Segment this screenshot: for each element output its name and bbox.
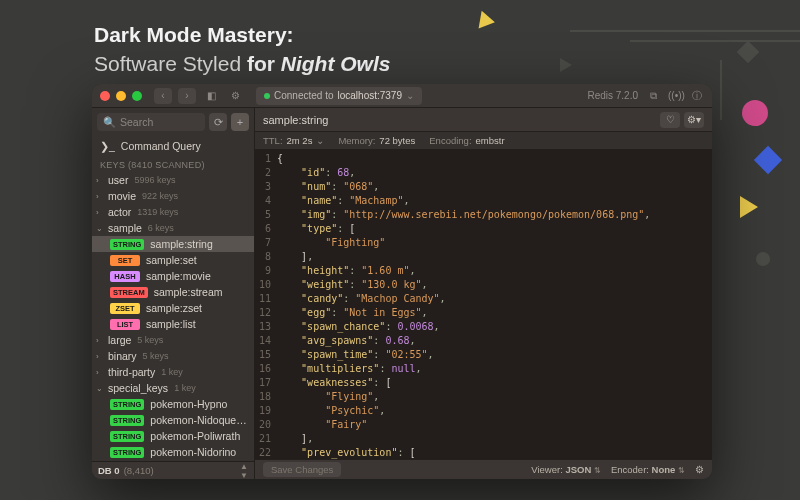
deco-triangle: [740, 196, 758, 218]
key-tree: ›user 5996 keys›movie 922 keys›actor 131…: [92, 172, 254, 461]
code-viewer[interactable]: 1{2 "id": 68,3 "num": "068",4 "name": "M…: [255, 150, 712, 459]
encoding-label: Encoding:: [429, 135, 471, 146]
key-settings-button[interactable]: ⚙▾: [684, 112, 704, 128]
viewer-selector[interactable]: Viewer: JSON ⇅: [531, 464, 601, 475]
connection-tab[interactable]: Connected to localhost:7379 ⌄: [256, 87, 422, 105]
save-button[interactable]: Save Changes: [263, 462, 341, 477]
tree-group[interactable]: ›binary 5 keys: [92, 348, 254, 364]
keys-header: KEYS (8410 SCANNED): [92, 156, 254, 172]
tree-key[interactable]: STRINGpokemon-Poliwrath: [92, 428, 254, 444]
tree-key[interactable]: STREAMsample:stream: [92, 284, 254, 300]
tree-group[interactable]: ›large 5 keys: [92, 332, 254, 348]
back-button[interactable]: ‹: [154, 88, 172, 104]
pubsub-icon[interactable]: ((•)): [668, 90, 682, 101]
search-icon: 🔍: [103, 116, 116, 129]
headline-line1: Dark Mode Mastery:: [94, 20, 390, 49]
tree-key[interactable]: HASHsample:movie: [92, 268, 254, 284]
add-key-button[interactable]: +: [231, 113, 249, 131]
deco-line: [630, 40, 800, 42]
sidebar-toggle-icon[interactable]: ◧: [202, 88, 220, 104]
tree-key[interactable]: ZSETsample:zset: [92, 300, 254, 316]
tree-group[interactable]: ›actor 1319 keys: [92, 204, 254, 220]
search-input[interactable]: 🔍 Search: [97, 113, 205, 131]
gear-icon[interactable]: ⚙: [226, 88, 244, 104]
favorite-button[interactable]: ♡: [660, 112, 680, 128]
chevron-down-icon: ⌄: [406, 90, 414, 101]
ttl-dropdown-icon[interactable]: ⌄: [316, 135, 324, 146]
search-placeholder: Search: [120, 116, 153, 128]
tree-group[interactable]: ›user 5996 keys: [92, 172, 254, 188]
zoom-button[interactable]: [132, 91, 142, 101]
key-name: sample:string: [263, 114, 328, 126]
sidebar-footer: DB 0 (8,410) ▲▼: [92, 461, 254, 479]
redis-version: Redis 7.2.0: [587, 90, 638, 101]
tree-key[interactable]: STRINGsample:string: [92, 236, 254, 252]
deco-line: [720, 60, 722, 120]
connected-label: Connected to: [274, 90, 334, 101]
updown-icon: ⇅: [678, 466, 685, 475]
key-total: (8,410): [124, 465, 154, 476]
headline: Dark Mode Mastery: Software Styled for N…: [94, 20, 390, 79]
tree-group[interactable]: ⌄sample 6 keys: [92, 220, 254, 236]
tree-key[interactable]: STRINGpokemon-Nidorino: [92, 444, 254, 460]
main-footer: Save Changes Viewer: JSON ⇅ Encoder: Non…: [255, 459, 712, 479]
deco-square: [737, 41, 760, 64]
deco-triangle: [560, 58, 572, 72]
forward-button[interactable]: ›: [178, 88, 196, 104]
updown-icon: ⇅: [594, 466, 601, 475]
tree-group[interactable]: ⌄special_keys 1 key: [92, 380, 254, 396]
terminal-icon: ❯_: [100, 140, 115, 152]
gear-icon[interactable]: ⚙: [695, 464, 704, 475]
deco-circle: [756, 252, 770, 266]
close-button[interactable]: [100, 91, 110, 101]
deco-triangle: [479, 11, 497, 31]
sidebar: 🔍 Search ⟳ + ❯_ Command Query KEYS (8410…: [92, 108, 255, 479]
deco-square: [754, 146, 782, 174]
ttl-label: TTL:: [263, 135, 283, 146]
encoding-value: embstr: [476, 135, 505, 146]
memory-label: Memory:: [338, 135, 375, 146]
refresh-button[interactable]: ⟳: [209, 113, 227, 131]
copy-icon[interactable]: ⧉: [646, 90, 660, 102]
memory-value: 72 bytes: [379, 135, 415, 146]
key-header: sample:string ♡ ⚙▾: [255, 108, 712, 132]
host-label: localhost:7379: [338, 90, 403, 101]
tree-key[interactable]: STRINGpokemon-Nidoque…: [92, 412, 254, 428]
tree-key[interactable]: STRINGpokemon-Hypno: [92, 396, 254, 412]
titlebar: ‹ › ◧ ⚙ Connected to localhost:7379 ⌄ Re…: [92, 84, 712, 108]
db-selector[interactable]: DB 0: [98, 465, 120, 476]
nav-buttons: ‹ › ◧ ⚙: [154, 88, 244, 104]
tree-key[interactable]: SETsample:set: [92, 252, 254, 268]
encoder-selector[interactable]: Encoder: None ⇅: [611, 464, 685, 475]
status-dot-icon: [264, 93, 270, 99]
main-panel: sample:string ♡ ⚙▾ TTL: 2m 2s ⌄ Memory: …: [255, 108, 712, 479]
minimize-button[interactable]: [116, 91, 126, 101]
info-icon[interactable]: ⓘ: [690, 89, 704, 103]
headline-line2: Software Styled for Night Owls: [94, 49, 390, 78]
tree-group[interactable]: ›third-party 1 key: [92, 364, 254, 380]
command-query-button[interactable]: ❯_ Command Query: [92, 136, 254, 156]
tree-group[interactable]: ›movie 922 keys: [92, 188, 254, 204]
tree-key[interactable]: LISTsample:list: [92, 316, 254, 332]
ttl-value: 2m 2s: [287, 135, 313, 146]
meta-row: TTL: 2m 2s ⌄ Memory: 72 bytes Encoding: …: [255, 132, 712, 150]
stepper-icon[interactable]: ▲▼: [240, 462, 248, 480]
traffic-lights: [100, 91, 142, 101]
app-window: ‹ › ◧ ⚙ Connected to localhost:7379 ⌄ Re…: [92, 84, 712, 479]
deco-line: [570, 30, 800, 32]
deco-circle: [742, 100, 768, 126]
